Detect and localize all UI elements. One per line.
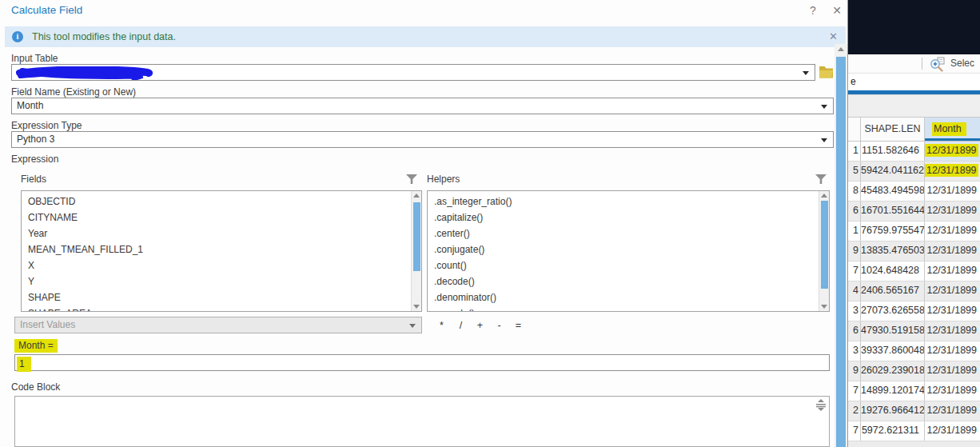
scroll-up-icon[interactable] bbox=[838, 47, 844, 51]
table-row[interactable]: 7 14899.120174 12/31/1899 bbox=[848, 381, 980, 401]
scroll-down-icon[interactable] bbox=[413, 305, 420, 309]
table-row[interactable]: 9 13835.476503 12/31/1899 bbox=[848, 241, 980, 261]
code-block-textarea[interactable] bbox=[14, 396, 830, 447]
helper-list-item[interactable]: .conjugate() bbox=[428, 241, 829, 257]
zoom-select-icon[interactable] bbox=[930, 57, 945, 72]
operator-button[interactable]: * bbox=[436, 318, 447, 333]
chevron-down-icon[interactable] bbox=[803, 71, 809, 75]
objectid-cell: 9 bbox=[848, 241, 861, 261]
field-list-item[interactable]: SHAPE_AREA bbox=[22, 305, 421, 312]
fields-listbox[interactable]: OBJECTIDCITYNAMEYearMEAN_TMEAN_FILLED_1X… bbox=[21, 190, 422, 312]
expression-type-value: Python 3 bbox=[17, 134, 54, 145]
month-header-highlight: Month bbox=[932, 122, 966, 136]
browse-folder-icon[interactable] bbox=[819, 65, 835, 78]
resize-splitter-icon[interactable] bbox=[816, 399, 826, 411]
month-cell: 12/31/1899 bbox=[925, 222, 980, 241]
shape-len-cell: 1024.648428 bbox=[861, 261, 925, 281]
objectid-cell: 2 bbox=[848, 401, 861, 421]
helpers-filter-icon[interactable] bbox=[815, 174, 827, 185]
redaction-scribble bbox=[14, 66, 158, 80]
helper-list-item[interactable]: .count() bbox=[428, 257, 829, 273]
field-list-item[interactable]: Y bbox=[22, 273, 421, 289]
chevron-down-icon[interactable] bbox=[821, 138, 827, 142]
objectid-cell: 6 bbox=[848, 202, 861, 221]
scrollbar-thumb[interactable] bbox=[413, 202, 420, 271]
helpers-list-scrollbar[interactable] bbox=[819, 191, 829, 311]
insert-values-dropdown: Insert Values bbox=[14, 317, 422, 333]
helper-list-item[interactable]: .as_integer_ratio() bbox=[428, 194, 829, 210]
dialog-scrollbar[interactable] bbox=[835, 44, 847, 447]
scroll-up-icon[interactable] bbox=[821, 194, 827, 198]
month-cell: 12/31/1899 bbox=[925, 142, 980, 161]
month-column-header[interactable]: Month bbox=[925, 118, 980, 141]
table-row[interactable]: 3 39337.860048 12/31/1899 bbox=[848, 341, 980, 361]
fields-filter-icon[interactable] bbox=[406, 174, 417, 185]
field-list-item[interactable]: X bbox=[22, 257, 421, 273]
table-row[interactable]: 1 76759.975547 12/31/1899 bbox=[848, 222, 980, 241]
chevron-down-icon[interactable] bbox=[821, 105, 827, 109]
helper-list-item[interactable]: .decode() bbox=[428, 273, 829, 289]
shape-len-column-header[interactable]: SHAPE.LEN bbox=[861, 118, 925, 141]
table-row[interactable]: 7 1024.648428 12/31/1899 bbox=[848, 261, 980, 281]
shape-len-cell: 5972.621311 bbox=[861, 421, 925, 441]
scrollbar-thumb[interactable] bbox=[821, 201, 828, 289]
month-cell: 12/31/1899 bbox=[925, 241, 980, 261]
expression-input[interactable]: 1 bbox=[14, 354, 830, 371]
calculate-field-dialog: Calculate Field ? ✕ i This tool modifies… bbox=[0, 0, 846, 447]
table-row[interactable]: 5 59424.041162 12/31/1899 bbox=[848, 162, 980, 182]
expression-type-label: Expression Type bbox=[11, 120, 82, 131]
month-cell: 12/31/1899 bbox=[925, 162, 980, 181]
table-row[interactable]: 1 1151.582646 12/31/1899 bbox=[848, 142, 980, 162]
info-banner-message: This tool modifies the input data. bbox=[32, 26, 176, 47]
objectid-column-header[interactable] bbox=[848, 118, 861, 141]
objectid-cell: 7 bbox=[848, 261, 861, 281]
helper-list-item[interactable]: .encode() bbox=[428, 305, 829, 312]
table-row[interactable]: 9 26029.239018 12/31/1899 bbox=[848, 361, 980, 381]
shape-len-cell: 1151.582646 bbox=[861, 142, 925, 161]
helpers-listbox[interactable]: .as_integer_ratio().capitalize().center(… bbox=[427, 190, 830, 312]
close-icon[interactable]: ✕ bbox=[830, 3, 844, 18]
table-row[interactable]: 6 47930.519158 12/31/1899 bbox=[848, 321, 980, 341]
shape-len-cell: 39337.860048 bbox=[861, 341, 925, 361]
scroll-up-icon[interactable] bbox=[413, 194, 420, 198]
scrollbar-thumb[interactable] bbox=[836, 57, 846, 447]
month-cell: 12/31/1899 bbox=[925, 321, 980, 341]
field-name-value: Month bbox=[17, 100, 43, 111]
field-list-item[interactable]: MEAN_TMEAN_FILLED_1 bbox=[22, 241, 421, 257]
expression-type-combobox[interactable]: Python 3 bbox=[11, 131, 834, 148]
month-cell: 12/31/1899 bbox=[925, 281, 980, 301]
table-row[interactable]: 4 2406.565167 12/31/1899 bbox=[848, 281, 980, 301]
helper-list-item[interactable]: .center() bbox=[428, 225, 829, 241]
field-list-item[interactable]: Year bbox=[22, 225, 421, 241]
helper-list-item[interactable]: .capitalize() bbox=[428, 210, 829, 225]
operator-button[interactable]: - bbox=[494, 318, 504, 333]
objectid-cell: 4 bbox=[848, 281, 861, 301]
month-cell: 12/31/1899 bbox=[925, 381, 980, 401]
fields-list-label: Fields bbox=[21, 174, 46, 185]
table-row[interactable]: 2 19276.966412 12/31/1899 bbox=[848, 401, 980, 421]
info-banner-close-icon[interactable]: ✕ bbox=[829, 30, 838, 44]
table-row[interactable]: 8 45483.494598 12/31/1899 bbox=[848, 182, 980, 202]
table-row[interactable]: 6 16701.551644 12/31/1899 bbox=[848, 202, 980, 222]
field-list-item[interactable]: OBJECTID bbox=[22, 194, 421, 210]
table-tab-label-fragment[interactable]: e bbox=[851, 76, 856, 87]
table-row[interactable]: 7 5972.621311 12/31/1899 bbox=[848, 421, 980, 441]
operator-button[interactable]: / bbox=[456, 318, 466, 333]
table-row[interactable]: 3 27073.626558 12/31/1899 bbox=[848, 301, 980, 321]
field-name-combobox[interactable]: Month bbox=[11, 98, 834, 114]
objectid-cell: 7 bbox=[848, 421, 861, 441]
month-cell: 12/31/1899 bbox=[925, 202, 980, 221]
shape-len-cell: 47930.519158 bbox=[861, 321, 925, 341]
input-table-combobox[interactable] bbox=[11, 64, 815, 81]
scroll-down-icon[interactable] bbox=[821, 305, 827, 309]
operator-button[interactable]: = bbox=[513, 318, 524, 333]
expression-value: 1 bbox=[17, 357, 31, 372]
field-list-item[interactable]: SHAPE bbox=[22, 289, 421, 305]
field-list-item[interactable]: CITYNAME bbox=[22, 210, 421, 225]
shape-len-cell: 13835.476503 bbox=[861, 241, 925, 261]
fields-list-scrollbar[interactable] bbox=[411, 191, 421, 311]
select-button[interactable]: Selec bbox=[950, 58, 974, 69]
help-icon[interactable]: ? bbox=[806, 3, 820, 18]
operator-button[interactable]: + bbox=[475, 318, 485, 333]
helper-list-item[interactable]: .denominator() bbox=[428, 289, 829, 305]
